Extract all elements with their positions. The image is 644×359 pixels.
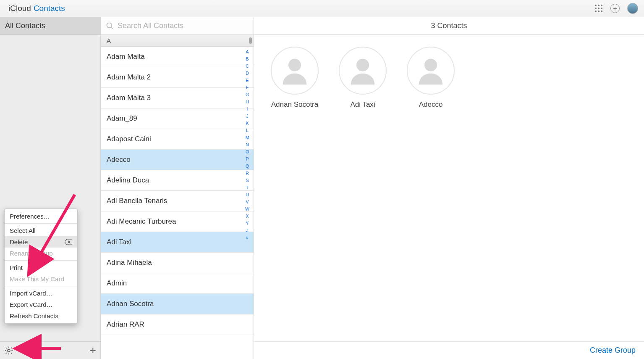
backspace-icon (65, 239, 72, 245)
svg-point-10 (8, 349, 10, 352)
alpha-letter[interactable]: X (246, 214, 249, 219)
alpha-letter[interactable]: Q (246, 164, 249, 169)
contact-row[interactable]: Admin (101, 273, 254, 294)
contact-card[interactable]: Adi Taxi (339, 47, 387, 109)
alpha-letter[interactable]: W (245, 206, 249, 211)
menu-import-vcard[interactable]: Import vCard… (5, 288, 77, 299)
detail-column: 3 Contacts Adnan SocotraAdi TaxiAdecco C… (254, 17, 644, 359)
contact-row[interactable]: Adam Malta 3 (101, 88, 254, 108)
alpha-letter[interactable]: A (246, 49, 249, 54)
breadcrumb[interactable]: iCloud Contacts (6, 4, 65, 13)
alpha-letter[interactable]: Y (246, 221, 249, 226)
contact-row[interactable]: Adnan Socotra (101, 294, 254, 314)
contact-row[interactable]: Adi Mecanic Turburea (101, 211, 254, 232)
groups-sidebar: All Contacts Preferences… Select All Del… (0, 17, 101, 359)
svg-point-3 (595, 8, 597, 9)
settings-gear-icon[interactable] (4, 346, 13, 355)
user-avatar[interactable] (627, 3, 638, 14)
alpha-letter[interactable]: # (246, 235, 249, 240)
contact-row[interactable]: Adina Mihaela (101, 253, 254, 273)
detail-header: 3 Contacts (254, 17, 644, 35)
svg-point-14 (288, 59, 301, 71)
contacts-list-column: A Adam MaltaAdam Malta 2Adam Malta 3Adam… (101, 17, 254, 359)
svg-point-0 (595, 5, 597, 6)
contact-row[interactable]: Adi Bancila Tenaris (101, 191, 254, 211)
create-group-button[interactable]: Create Group (590, 346, 636, 355)
alpha-letter[interactable]: N (246, 142, 249, 147)
card-name: Adecco (419, 100, 443, 109)
add-button[interactable]: + (90, 344, 96, 357)
card-name: Adnan Socotra (271, 100, 318, 109)
svg-point-8 (601, 11, 602, 12)
contact-row[interactable]: Adam Malta 2 (101, 67, 254, 88)
menu-delete-label: Delete (10, 238, 28, 245)
svg-point-12 (107, 23, 112, 28)
contact-row[interactable]: Adi Taxi (101, 232, 254, 253)
alpha-letter[interactable]: I (247, 106, 248, 111)
alpha-letter[interactable]: J (246, 114, 248, 119)
menu-select-all[interactable]: Select All (5, 225, 77, 236)
alpha-index[interactable]: ABCDEFGHIJKLMNOPQRSTUVWXYZ# (243, 47, 252, 359)
contact-row[interactable]: Adapost Caini (101, 129, 254, 150)
contacts-label: Contacts (34, 4, 65, 13)
alpha-letter[interactable]: E (246, 78, 249, 83)
menu-rename-group: Rename Group (5, 248, 77, 259)
contact-card[interactable]: Adnan Socotra (271, 47, 319, 109)
alpha-letter[interactable]: G (246, 92, 249, 97)
scrollbar-thumb[interactable] (249, 37, 252, 44)
svg-point-15 (356, 59, 369, 71)
search-input[interactable] (118, 21, 249, 30)
menu-export-vcard[interactable]: Export vCard… (5, 299, 77, 310)
menu-refresh-contacts[interactable]: Refresh Contacts (5, 310, 77, 322)
add-contact-icon[interactable]: ＋ (610, 4, 620, 13)
alpha-letter[interactable]: H (246, 99, 249, 104)
alpha-letter[interactable]: P (246, 156, 249, 161)
alpha-letter[interactable]: Z (246, 228, 249, 233)
search-icon (106, 22, 114, 30)
alpha-letter[interactable]: U (246, 192, 249, 197)
silhouette-icon (407, 47, 455, 95)
alpha-letter[interactable]: L (246, 128, 249, 133)
silhouette-icon (339, 47, 387, 95)
icloud-label: iCloud (8, 4, 31, 13)
apps-grid-icon[interactable] (594, 4, 603, 13)
alpha-letter[interactable]: O (246, 149, 249, 154)
alpha-letter[interactable]: R (246, 171, 249, 176)
contact-row[interactable]: Adecco (101, 150, 254, 170)
menu-preferences[interactable]: Preferences… (5, 211, 77, 222)
settings-popup-menu: Preferences… Select All Delete Rename Gr… (4, 209, 78, 324)
contacts-list: Adam MaltaAdam Malta 2Adam Malta 3Adam_8… (101, 47, 254, 359)
menu-print[interactable]: Print (5, 262, 77, 273)
svg-point-5 (601, 8, 602, 9)
silhouette-icon (271, 47, 319, 95)
app-header: iCloud Contacts ＋ (0, 0, 644, 17)
svg-point-4 (598, 8, 599, 9)
alpha-letter[interactable]: S (246, 178, 249, 183)
alpha-letter[interactable]: B (246, 56, 249, 61)
alpha-letter[interactable]: V (246, 199, 249, 204)
detail-body: Adnan SocotraAdi TaxiAdecco (254, 35, 644, 341)
svg-line-13 (111, 27, 113, 29)
alpha-letter[interactable]: M (246, 135, 249, 140)
alpha-letter[interactable]: C (246, 63, 249, 69)
svg-point-6 (595, 11, 597, 12)
menu-delete[interactable]: Delete (5, 236, 77, 248)
svg-point-2 (601, 5, 602, 6)
contact-card[interactable]: Adecco (407, 47, 455, 109)
sidebar-toolbar: + (0, 341, 100, 359)
svg-point-16 (424, 59, 437, 71)
contact-row[interactable]: Adelina Duca (101, 170, 254, 191)
group-all-contacts[interactable]: All Contacts (0, 17, 100, 35)
alpha-letter[interactable]: D (246, 71, 249, 76)
section-letter: A (107, 37, 111, 44)
contact-row[interactable]: Adam_89 (101, 108, 254, 129)
svg-point-7 (598, 11, 599, 12)
contact-row[interactable]: Adam Malta (101, 47, 254, 67)
alpha-letter[interactable]: T (246, 185, 249, 190)
list-section-header: A (101, 35, 254, 47)
contact-row[interactable]: Adrian RAR (101, 314, 254, 335)
card-name: Adi Taxi (350, 100, 375, 109)
menu-make-my-card: Make This My Card (5, 273, 77, 285)
alpha-letter[interactable]: K (246, 121, 249, 126)
alpha-letter[interactable]: F (246, 85, 249, 90)
